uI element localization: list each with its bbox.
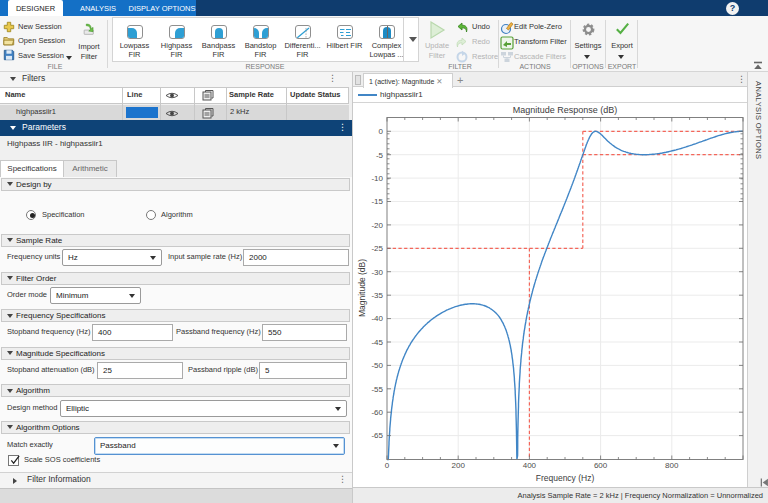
- svg-text:-15: -15: [371, 197, 383, 206]
- svg-text:0: 0: [379, 127, 384, 136]
- svg-text:-35: -35: [371, 291, 383, 300]
- svg-text:-60: -60: [371, 408, 383, 417]
- svg-text:200: 200: [452, 461, 466, 470]
- svg-text:Magnitude Response (dB): Magnitude Response (dB): [513, 105, 618, 115]
- svg-text:400: 400: [523, 461, 537, 470]
- svg-text:-5: -5: [376, 151, 384, 160]
- svg-text:-40: -40: [371, 314, 383, 323]
- svg-text:600: 600: [594, 461, 608, 470]
- svg-text:-55: -55: [371, 385, 383, 394]
- svg-text:-25: -25: [371, 244, 383, 253]
- svg-text:Magnitude (dB): Magnitude (dB): [357, 259, 367, 317]
- svg-text:-50: -50: [371, 361, 383, 370]
- svg-text:-30: -30: [371, 268, 383, 277]
- svg-text:-10: -10: [371, 174, 383, 183]
- svg-text:Frequency (Hz): Frequency (Hz): [536, 473, 595, 483]
- svg-text:-20: -20: [371, 221, 383, 230]
- svg-text:-65: -65: [371, 431, 383, 440]
- svg-text:800: 800: [665, 461, 679, 470]
- svg-text:0: 0: [385, 461, 390, 470]
- svg-text:-45: -45: [371, 338, 383, 347]
